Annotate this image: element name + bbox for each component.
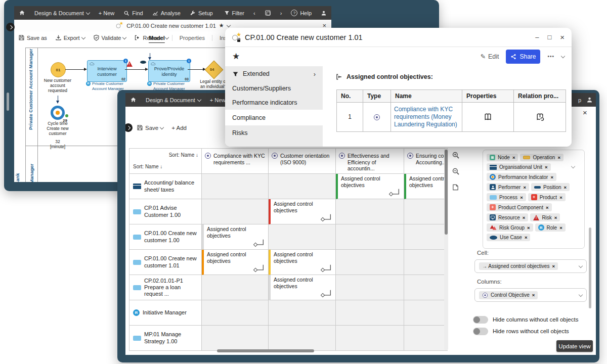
col-relation[interactable]: Relation pro... — [514, 90, 566, 103]
tag-risk-group[interactable]: Risk Group× — [487, 223, 533, 232]
tag-position[interactable]: Position× — [531, 183, 570, 191]
class-filter-box[interactable]: Node× Operation× Organisational Unit× Pe… — [483, 150, 585, 249]
info-icon[interactable] — [187, 59, 191, 63]
remove-tag-icon[interactable]: × — [545, 164, 548, 170]
menu-help[interactable]: ?Help — [286, 10, 316, 16]
matrix-row-header[interactable]: CP.02.01.01-P1 Prepare a loan request ..… — [129, 275, 202, 300]
remove-tag-icon[interactable]: × — [550, 174, 553, 180]
panel-expander-icon[interactable] — [6, 23, 15, 31]
tag-performer[interactable]: Performer× — [487, 183, 529, 191]
tag-product-component[interactable]: Product Component× — [487, 203, 552, 211]
kpi-donut-icon[interactable] — [51, 106, 65, 120]
remove-tag-icon[interactable]: × — [557, 155, 560, 160]
data-marker-icon[interactable] — [140, 61, 146, 64]
col-type[interactable]: Type — [363, 90, 391, 103]
panel-close-icon[interactable]: × — [583, 109, 587, 116]
tag-node[interactable]: Node× — [487, 154, 518, 161]
menu-analyse[interactable]: Analyse — [148, 6, 185, 20]
tag-organisational-unit[interactable]: Organisational Unit× — [487, 163, 551, 171]
matrix-cell[interactable]: Assigned control objectives — [269, 199, 336, 224]
row-properties[interactable] — [462, 103, 514, 132]
update-view-button[interactable]: Update view — [556, 340, 593, 352]
save-button[interactable]: Save — [133, 124, 167, 131]
matrix-row-header[interactable]: CP.01 Advise Customer 1.00 — [129, 199, 202, 224]
tag-performance-indicator[interactable]: Performance Indicator× — [487, 173, 556, 181]
fit-page-icon[interactable] — [452, 183, 459, 192]
remove-tag-icon[interactable]: × — [554, 215, 557, 220]
chevron-down-icon[interactable] — [561, 54, 565, 58]
nav-forward-icon[interactable]: › — [276, 10, 287, 16]
favorite-star-icon[interactable]: ★ — [232, 51, 240, 62]
panel-scrollbar-thumb[interactable] — [589, 228, 591, 308]
start-event[interactable]: 01 — [51, 62, 66, 77]
remove-tag-icon[interactable]: × — [523, 215, 526, 220]
tag-role[interactable]: Role× — [535, 223, 566, 232]
tag-use-case[interactable]: Use Case× — [487, 234, 530, 241]
remove-tag-icon[interactable]: × — [559, 195, 562, 200]
row-name-link[interactable]: Compliance with KYC requirements (Money … — [391, 103, 462, 132]
home-icon[interactable] — [125, 93, 141, 107]
matrix-col-header[interactable]: Ensuring con... in Accounting... — [404, 149, 448, 174]
export-button[interactable]: Export — [51, 34, 89, 41]
matrix-vscrollbar-thumb[interactable] — [445, 150, 448, 235]
matrix-row-header[interactable]: CP.01.00 Create new customer 1.01 — [129, 250, 202, 275]
menu-risks[interactable]: Risks — [225, 125, 323, 140]
matrix-col-header[interactable]: Effectiveness and Efficiency of accounti… — [336, 149, 404, 174]
matrix-row-header[interactable]: MP.01 Manage Strategy 1.00 — [129, 326, 202, 351]
hide-rows-toggle[interactable] — [473, 328, 488, 335]
nav-back-icon[interactable]: ‹ — [249, 10, 260, 16]
more-options-icon[interactable]: ••• — [547, 54, 554, 59]
user-icon[interactable] — [316, 10, 331, 16]
columns-chip[interactable]: Control Objective× — [479, 291, 538, 299]
menu-extended[interactable]: Extended › — [225, 66, 323, 81]
help-label-fragment[interactable]: p — [578, 97, 581, 103]
col-properties[interactable]: Properties — [462, 90, 514, 103]
sort-rows[interactable]: Sort: Name ↓ — [133, 164, 162, 169]
home-icon[interactable] — [14, 6, 30, 20]
user-icon[interactable] — [586, 97, 593, 103]
remove-tag-icon[interactable]: × — [525, 235, 528, 240]
tag-resource[interactable]: Resource× — [487, 213, 528, 221]
remove-tag-icon[interactable]: × — [546, 205, 549, 210]
matrix-cell[interactable]: Assigned control objectives — [202, 250, 269, 275]
favorite-star-icon[interactable]: ★ — [219, 22, 224, 29]
menu-compliance[interactable]: Compliance — [225, 110, 323, 125]
task-prove-identity[interactable]: Prove/Provide identity 03 — [148, 60, 190, 82]
matrix-cell[interactable]: Assigned control objectives — [336, 174, 404, 199]
tag-risk[interactable]: Risk× — [530, 213, 560, 221]
warning-icon[interactable] — [126, 61, 133, 67]
maximize-icon[interactable]: □ — [547, 33, 551, 41]
menu-filter[interactable]: Filter — [220, 10, 249, 16]
menu-find[interactable]: Find — [119, 6, 147, 20]
share-button[interactable]: Share — [506, 50, 540, 64]
col-name[interactable]: Name — [391, 90, 462, 103]
remove-tag-icon[interactable]: × — [512, 155, 515, 160]
remove-tag-icon[interactable]: × — [564, 185, 567, 190]
remove-tag-icon[interactable]: × — [523, 185, 526, 190]
close-icon[interactable]: × — [560, 33, 565, 41]
menu-new[interactable]: + New — [94, 6, 119, 20]
row-relation[interactable] — [514, 103, 566, 132]
hide-columns-toggle[interactable] — [473, 316, 488, 324]
add-button[interactable]: + Add — [167, 125, 191, 131]
matrix-hscrollbar-thumb[interactable] — [217, 349, 314, 352]
minimize-icon[interactable]: – — [535, 33, 539, 41]
save-as-button[interactable]: Save as — [14, 34, 51, 41]
menu-design-document[interactable]: Design & Document — [141, 93, 205, 107]
matrix-col-header[interactable]: Customer orientation (ISO 9000) — [269, 149, 336, 174]
matrix-row-header[interactable]: Accounting/ balance sheet/ taxes — [129, 174, 202, 199]
remove-tag-icon[interactable]: × — [520, 195, 523, 200]
back-tab-title[interactable]: CP.01.00 Create new customer 1.01 — [126, 23, 216, 29]
remove-tag-icon[interactable]: × — [527, 225, 530, 231]
menu-customers-suppliers[interactable]: Customers/Suppliers — [225, 81, 323, 95]
tag-operation[interactable]: Operation× — [520, 154, 563, 161]
menu-design-document[interactable]: Design & Document — [30, 6, 94, 20]
validate-button[interactable]: Validate — [89, 34, 131, 41]
menu-performance-indicators[interactable]: Performance indicators — [225, 95, 323, 110]
zoom-in-icon[interactable] — [452, 150, 460, 159]
tab-properties[interactable]: Properties — [172, 35, 212, 41]
col-no[interactable]: No. — [337, 90, 363, 103]
tab-chevron-icon[interactable] — [226, 23, 230, 27]
menu-setup[interactable]: Setup — [185, 6, 218, 20]
window-icon[interactable] — [260, 10, 276, 16]
